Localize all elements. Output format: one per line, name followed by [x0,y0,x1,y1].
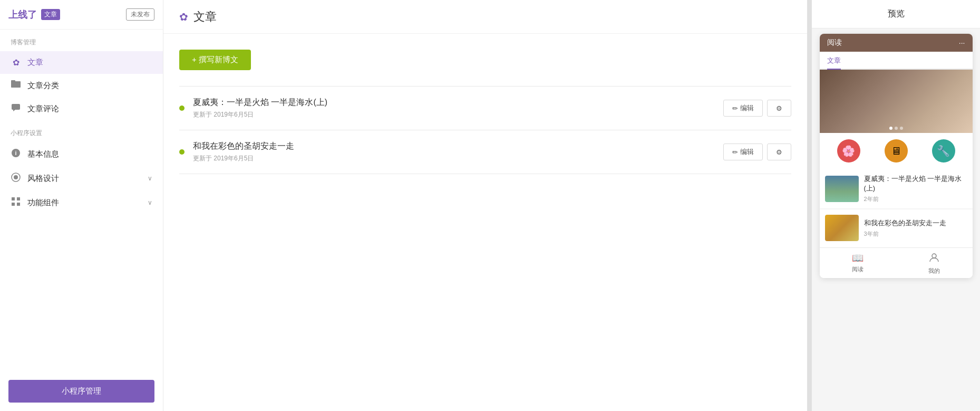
chevron-down-icon-style: ∨ [148,175,152,182]
article-thumbnail-2 [825,215,859,241]
phone-topbar-title: 阅读 [827,38,842,47]
phone-article-date: 2年前 [864,195,967,203]
screen-icon: 🖥 [891,145,901,157]
info-icon: i [11,148,21,160]
sidebar-item-components[interactable]: 功能组件 ∨ [0,190,163,215]
phone-nav-read[interactable]: 📖 阅读 [852,252,863,275]
article-info: 夏威夷：一半是火焰 一半是海水(上) 更新于 2019年6月5日 [193,97,723,119]
sidebar-item-comments[interactable]: 文章评论 [0,97,163,120]
phone-nav-profile[interactable]: 我的 [928,252,940,275]
hero-dot-3 [900,127,903,130]
sidebar-label-basic: 基本信息 [27,149,59,159]
edit-label: 编辑 [740,147,754,157]
status-dot [179,149,185,155]
phone-bottom-nav: 📖 阅读 我的 [820,247,973,278]
chevron-down-icon-components: ∨ [148,199,152,206]
miniapp-manage-button[interactable]: 小程序管理 [8,380,154,403]
sidebar: 上线了 文章 未发布 博客管理 ✿ 文章 文章分类 文章评论 小程序设置 [0,0,163,411]
main-content: + 撰写新博文 夏威夷：一半是火焰 一半是海水(上) 更新于 2019年6月5日… [163,34,807,411]
svg-text:i: i [15,150,16,156]
gear-icon: ⚙ [776,104,782,112]
hero-dot-2 [895,127,898,130]
resize-divider[interactable] [807,0,811,411]
table-row: 和我在彩色的圣胡安走一走 更新于 2019年6月5日 ✏ 编辑 ⚙ [179,130,791,174]
svg-point-7 [14,175,18,179]
main-content-area: ✿ 文章 + 撰写新博文 夏威夷：一半是火焰 一半是海水(上) 更新于 2019… [163,0,807,411]
section-blog: 博客管理 [0,30,163,51]
hero-background [820,70,973,133]
phone-article-title: 和我在彩色的圣胡安走一走 [864,218,946,228]
article-icon: ✿ [11,58,21,68]
brand-tag: 文章 [41,9,60,20]
main-header: ✿ 文章 [163,0,807,34]
phone-icon-screen[interactable]: 🖥 [885,139,908,163]
edit-label: 编辑 [740,103,754,113]
sidebar-label-style: 风格设计 [27,174,59,184]
article-actions: ✏ 编辑 ⚙ [723,100,791,117]
phone-article-text: 夏威夷：一半是火焰 一半是海水(上) 2年前 [864,174,967,203]
settings-button[interactable]: ⚙ [767,100,791,117]
profile-icon [929,252,939,265]
preview-title: 预览 [812,0,980,28]
hero-pagination-dots [889,127,903,130]
sidebar-item-basic[interactable]: i 基本信息 [0,142,163,166]
sidebar-label-comments: 文章评论 [27,104,59,114]
sidebar-item-articles[interactable]: ✿ 文章 [0,51,163,74]
phone-icon-tools[interactable]: 🔧 [932,139,955,163]
components-icon [11,197,21,208]
phone-article-list: 夏威夷：一半是火焰 一半是海水(上) 2年前 和我在彩色的圣胡安走一走 3年前 [820,169,973,246]
phone-article-title: 夏威夷：一半是火焰 一半是海水(上) [864,174,967,193]
flower-icon: 🌸 [842,145,855,157]
table-row: 夏威夷：一半是火焰 一半是海水(上) 更新于 2019年6月5日 ✏ 编辑 ⚙ [179,87,791,130]
sidebar-label-articles: 文章 [27,58,43,68]
status-dot [179,106,185,111]
phone-icon-flower[interactable]: 🌸 [837,139,860,163]
svg-point-12 [932,254,936,258]
article-actions: ✏ 编辑 ⚙ [723,144,791,160]
list-item[interactable]: 和我在彩色的圣胡安走一走 3年前 [820,209,973,246]
style-icon [11,173,21,184]
list-item[interactable]: 夏威夷：一半是火焰 一半是海水(上) 2年前 [820,169,973,208]
brand-title: 上线了 [8,8,37,21]
sidebar-item-categories[interactable]: 文章分类 [0,74,163,97]
page-title: 文章 [193,9,217,25]
svg-rect-10 [12,203,15,206]
phone-topbar: 阅读 ··· [820,34,973,52]
hero-dot-1 [889,127,892,130]
gear-icon: ⚙ [776,148,782,156]
phone-article-date: 3年前 [864,230,946,238]
pencil-icon: ✏ [732,104,738,112]
tools-icon: 🔧 [937,145,950,157]
phone-icons-row: 🌸 🖥 🔧 [820,133,973,169]
sidebar-item-style[interactable]: 风格设计 ∨ [0,166,163,190]
settings-button[interactable]: ⚙ [767,144,791,160]
phone-preview-frame: 阅读 ··· 文章 🌸 🖥 🔧 [820,34,973,278]
phone-tab-articles[interactable]: 文章 [827,56,841,70]
preview-panel: 预览 阅读 ··· 文章 🌸 🖥 [811,0,980,411]
phone-nav-tabs: 文章 [820,52,973,70]
svg-marker-3 [13,110,15,111]
article-info: 和我在彩色的圣胡安走一走 更新于 2019年6月5日 [193,141,723,163]
sidebar-bottom: 小程序管理 [0,371,163,411]
phone-hero [820,70,973,133]
article-list: 夏威夷：一半是火焰 一半是海水(上) 更新于 2019年6月5日 ✏ 编辑 ⚙ [179,86,791,174]
sidebar-label-categories: 文章分类 [27,81,59,91]
phone-topbar-dots: ··· [959,39,965,47]
article-thumbnail-1 [825,176,859,202]
comments-icon [11,103,21,114]
article-date: 更新于 2019年6月5日 [193,110,723,119]
sidebar-label-components: 功能组件 [27,198,59,208]
unpublished-badge: 未发布 [126,8,154,21]
read-icon: 📖 [852,252,863,264]
edit-button[interactable]: ✏ 编辑 [723,100,763,117]
svg-rect-1 [11,80,15,82]
add-article-button[interactable]: + 撰写新博文 [179,50,251,70]
section-miniapp: 小程序设置 [0,120,163,142]
edit-button[interactable]: ✏ 编辑 [723,144,763,160]
read-label: 阅读 [852,265,863,273]
svg-rect-11 [17,203,20,206]
article-title: 和我在彩色的圣胡安走一走 [193,141,723,152]
main-title-icon: ✿ [179,11,188,23]
svg-rect-9 [17,197,20,200]
categories-icon [11,80,21,91]
